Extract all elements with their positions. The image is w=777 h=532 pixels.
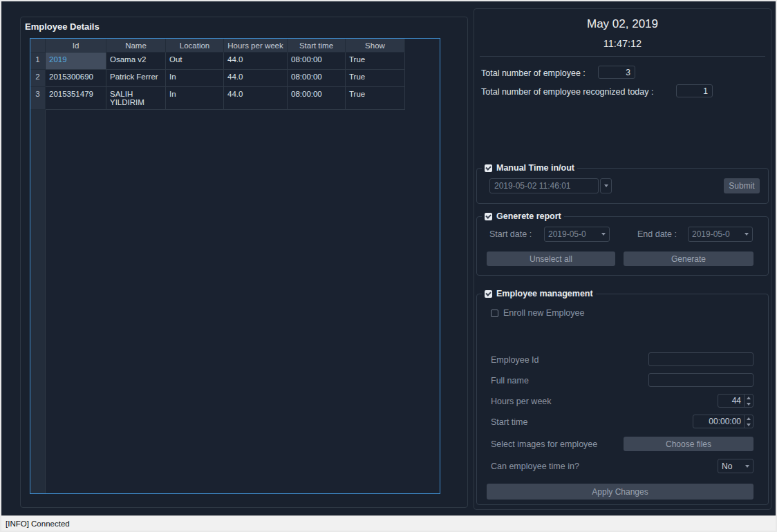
spin-down-icon bbox=[747, 424, 751, 426]
spin-up-button[interactable] bbox=[745, 415, 753, 421]
cell-name[interactable]: Patrick Ferrer bbox=[106, 70, 166, 87]
start-date-select[interactable]: 2019-05-0 bbox=[544, 227, 610, 242]
manual-time-group: Manual Time in/out 2019-05-02 11:46:01 S… bbox=[476, 168, 769, 204]
enroll-new-employee-row: Enroll new Employee bbox=[491, 308, 584, 318]
table-header-start[interactable]: Start time bbox=[288, 39, 346, 53]
employee-details-groupbox: Employee Details Id Name Location Hours … bbox=[20, 17, 468, 508]
unselect-all-button[interactable]: Unselect all bbox=[487, 251, 615, 266]
select-images-label: Select images for employee bbox=[491, 439, 597, 449]
manual-datetime-picker[interactable]: 2019-05-02 11:46:01 bbox=[489, 178, 612, 193]
end-date-select[interactable]: 2019-05-0 bbox=[688, 227, 753, 242]
cell-show[interactable]: True bbox=[346, 87, 405, 110]
cell-show[interactable]: True bbox=[346, 70, 405, 87]
hours-per-week-stepper[interactable]: 44 bbox=[718, 394, 753, 408]
divider bbox=[480, 56, 765, 57]
table-header-id[interactable]: Id bbox=[46, 39, 106, 53]
recognized-today-label: Total number of employee recognized toda… bbox=[481, 87, 653, 97]
employee-id-input[interactable] bbox=[648, 352, 753, 366]
cell-hours[interactable]: 44.0 bbox=[224, 70, 288, 87]
chevron-down-icon bbox=[604, 184, 608, 187]
cell-start[interactable]: 08:00:00 bbox=[288, 87, 346, 110]
spin-up-button[interactable] bbox=[745, 395, 753, 401]
choose-files-button[interactable]: Choose files bbox=[624, 437, 753, 451]
spin-up-icon bbox=[747, 417, 751, 420]
submit-button[interactable]: Submit bbox=[724, 178, 760, 193]
manual-datetime-dropdown[interactable] bbox=[600, 178, 612, 193]
table-row: 3 2015351479 SALIH YILDIRIM In 44.0 08:0… bbox=[30, 87, 440, 110]
status-bar: [INFO] Connected bbox=[1, 515, 776, 531]
spin-down-button[interactable] bbox=[745, 421, 753, 428]
employee-details-title: Employee Details bbox=[25, 21, 100, 32]
cell-name[interactable]: Osama v2 bbox=[106, 53, 166, 70]
table-header-name[interactable]: Name bbox=[106, 39, 166, 53]
row-number-cell[interactable]: 3 bbox=[30, 87, 46, 110]
start-time-label: Start time bbox=[491, 417, 528, 427]
cell-start[interactable]: 08:00:00 bbox=[288, 53, 346, 70]
table-row: 2 2015300690 Patrick Ferrer In 44.0 08:0… bbox=[30, 70, 440, 87]
cell-hours[interactable]: 44.0 bbox=[224, 53, 288, 70]
can-time-in-label: Can employee time in? bbox=[491, 462, 579, 471]
row-number-cell[interactable]: 1 bbox=[30, 53, 46, 70]
can-time-in-value: No bbox=[722, 462, 732, 471]
table-corner-cell[interactable] bbox=[30, 39, 46, 53]
table-header-hours[interactable]: Hours per week bbox=[224, 39, 288, 53]
generate-report-legend: Generete report bbox=[482, 211, 564, 222]
can-time-in-select[interactable]: No bbox=[718, 459, 753, 473]
app-window: Employee Details Id Name Location Hours … bbox=[0, 0, 777, 532]
start-date-label: Start date : bbox=[489, 229, 532, 239]
start-date-value: 2019-05-0 bbox=[548, 229, 586, 239]
spin-up-icon bbox=[747, 397, 751, 399]
apply-changes-button[interactable]: Apply Changes bbox=[487, 484, 753, 500]
end-date-label: End date : bbox=[637, 229, 677, 239]
cell-name[interactable]: SALIH YILDIRIM bbox=[106, 87, 166, 110]
spin-down-button[interactable] bbox=[745, 401, 753, 407]
status-text: [INFO] Connected bbox=[6, 520, 70, 528]
stepper-arrows bbox=[744, 395, 753, 407]
table-header-location[interactable]: Location bbox=[166, 39, 224, 53]
start-time-value: 00:00:00 bbox=[693, 415, 744, 428]
manual-time-title: Manual Time in/out bbox=[496, 163, 574, 173]
employee-management-checkbox[interactable] bbox=[485, 290, 492, 298]
total-employees-label: Total number of employee : bbox=[481, 68, 586, 78]
manual-time-legend: Manual Time in/out bbox=[482, 162, 577, 173]
current-time: 11:47:12 bbox=[474, 38, 771, 49]
table-header-show[interactable]: Show bbox=[346, 39, 405, 53]
employee-table[interactable]: Id Name Location Hours per week Start ti… bbox=[30, 38, 440, 494]
cell-id[interactable]: 2019 bbox=[46, 53, 106, 70]
cell-id[interactable]: 2015351479 bbox=[46, 87, 106, 110]
control-panel: May 02, 2019 11:47:12 Total number of em… bbox=[474, 8, 771, 510]
start-time-stepper[interactable]: 00:00:00 bbox=[693, 415, 753, 428]
enroll-new-employee-checkbox[interactable] bbox=[491, 310, 498, 317]
cell-location[interactable]: In bbox=[166, 70, 224, 87]
employee-management-group: Employee management Enroll new Employee … bbox=[476, 294, 769, 505]
chevron-down-icon bbox=[745, 465, 749, 468]
cell-location[interactable]: In bbox=[166, 87, 224, 110]
row-number-cell[interactable]: 2 bbox=[30, 70, 46, 87]
recognized-today-value[interactable] bbox=[676, 84, 713, 97]
cell-show[interactable]: True bbox=[346, 53, 405, 70]
generate-report-checkbox[interactable] bbox=[485, 213, 492, 220]
total-employees-value[interactable] bbox=[598, 66, 635, 79]
chevron-down-icon bbox=[601, 233, 606, 236]
employee-id-label: Employee Id bbox=[491, 355, 539, 365]
generate-report-title: Generete report bbox=[496, 211, 561, 221]
hours-per-week-value: 44 bbox=[718, 395, 744, 407]
generate-button[interactable]: Generate bbox=[624, 251, 753, 266]
table-row: 1 2019 Osama v2 Out 44.0 08:00:00 True bbox=[30, 53, 440, 70]
cell-hours[interactable]: 44.0 bbox=[224, 87, 288, 110]
generate-report-group: Generete report Start date : 2019-05-0 E… bbox=[476, 216, 769, 276]
full-name-input[interactable] bbox=[648, 373, 753, 387]
employee-management-legend: Employee management bbox=[482, 288, 596, 299]
cell-start[interactable]: 08:00:00 bbox=[288, 70, 346, 87]
chevron-down-icon bbox=[745, 233, 749, 236]
manual-datetime-value[interactable]: 2019-05-02 11:46:01 bbox=[489, 178, 599, 193]
enroll-new-employee-label: Enroll new Employee bbox=[503, 308, 584, 318]
manual-time-checkbox[interactable] bbox=[485, 164, 492, 172]
cell-id[interactable]: 2015300690 bbox=[46, 70, 106, 87]
cell-location[interactable]: Out bbox=[166, 53, 224, 70]
spin-down-icon bbox=[747, 403, 751, 406]
table-header-row: Id Name Location Hours per week Start ti… bbox=[30, 39, 440, 53]
current-date: May 02, 2019 bbox=[474, 17, 771, 31]
stepper-arrows bbox=[744, 415, 753, 428]
end-date-value: 2019-05-0 bbox=[692, 229, 730, 239]
